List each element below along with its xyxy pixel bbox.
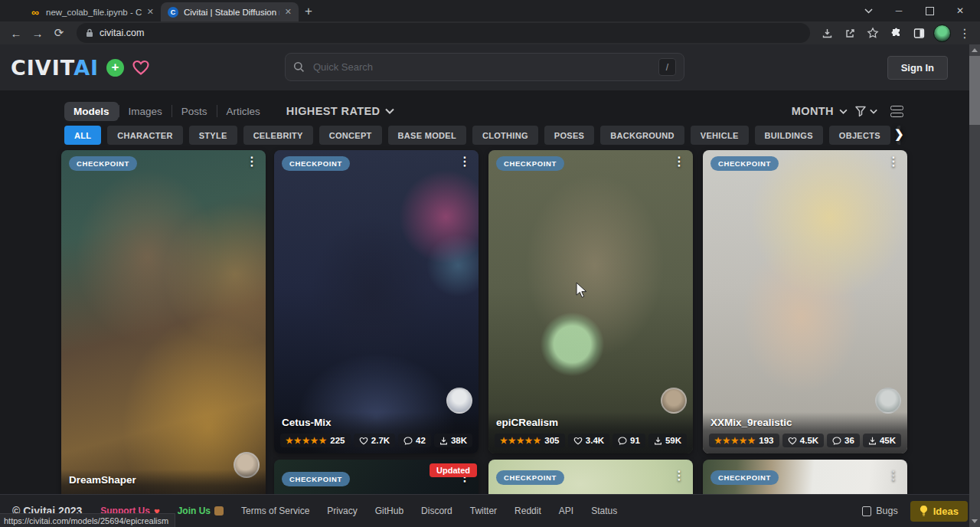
downloads-count: 38K (451, 436, 467, 445)
tab-search-icon[interactable] (853, 0, 884, 21)
rating-pill[interactable]: ★★★★★ 225 (280, 434, 351, 447)
creator-avatar[interactable] (446, 388, 472, 414)
rating-pill[interactable]: ★★★★★ 305 (495, 434, 565, 447)
extensions-icon[interactable] (887, 24, 905, 42)
category-style[interactable]: STYLE (189, 126, 237, 145)
card-menu-icon[interactable]: ⋮ (670, 470, 688, 481)
category-clothing[interactable]: CLOTHING (472, 126, 538, 145)
period-dropdown[interactable]: MONTH (792, 105, 848, 117)
footer-link-discord[interactable]: Discord (421, 506, 452, 516)
side-panel-icon[interactable] (910, 24, 928, 42)
sign-in-button[interactable]: Sign In (887, 56, 948, 80)
downloads-pill[interactable]: 59K (648, 434, 687, 447)
category-vehicle[interactable]: VEHICLE (691, 126, 749, 145)
period-label: MONTH (792, 105, 834, 117)
model-type-badge: CHECKPOINT (710, 470, 779, 485)
category-concept[interactable]: CONCEPT (319, 126, 382, 145)
likes-pill[interactable]: 4.5K (782, 434, 824, 447)
page-scrollbar[interactable] (969, 44, 980, 527)
scrollbar-thumb[interactable] (969, 56, 980, 125)
footer-link-terms[interactable]: Terms of Service (241, 506, 309, 516)
category-objects[interactable]: OBJECTS (829, 126, 890, 145)
tab-civitai[interactable]: C Civitai | Stable Diffusion models, ✕ (161, 2, 299, 21)
download-page-icon[interactable] (818, 24, 836, 42)
tab-images[interactable]: Images (119, 102, 172, 121)
scroll-up-icon[interactable] (972, 48, 978, 52)
card-menu-icon[interactable]: ⋮ (243, 156, 261, 167)
downloads-pill[interactable]: 38K (434, 434, 472, 447)
chevron-right-icon[interactable]: ❯ (894, 127, 904, 141)
creator-avatar[interactable] (875, 388, 901, 414)
civitai-favicon: C (168, 7, 178, 18)
maximize-icon[interactable] (914, 0, 945, 21)
reload-icon[interactable]: ⟳ (49, 23, 69, 43)
model-card-dreamshaper[interactable]: CHECKPOINT ⋮ DreamShaper (61, 150, 266, 506)
category-character[interactable]: CHARACTER (107, 126, 182, 145)
search-input[interactable] (312, 61, 652, 74)
category-poses[interactable]: POSES (544, 126, 594, 145)
sort-dropdown[interactable]: HIGHEST RATED (286, 105, 395, 117)
bugs-button[interactable]: Bugs (862, 506, 898, 516)
share-icon[interactable] (841, 24, 859, 42)
rating-pill[interactable]: ★★★★★ 193 (709, 434, 779, 447)
likes-pill[interactable]: 2.7K (354, 434, 395, 447)
tab-articles[interactable]: Articles (217, 102, 270, 121)
window-close-icon[interactable]: ✕ (945, 0, 975, 21)
model-card-cetus-mix[interactable]: CHECKPOINT ⋮ Cetus-Mix ★★★★★ 225 (274, 150, 479, 453)
footer-link-privacy[interactable]: Privacy (327, 506, 357, 516)
tab-models[interactable]: Models (64, 102, 119, 121)
quick-search[interactable]: / (285, 53, 684, 81)
creator-avatar[interactable] (661, 388, 687, 414)
category-filter-bar: ALL CHARACTER STYLE CELEBRITY CONCEPT BA… (64, 126, 900, 145)
category-celebrity[interactable]: CELEBRITY (243, 126, 313, 145)
comments-pill[interactable]: 36 (827, 434, 860, 447)
category-buildings[interactable]: BUILDINGS (755, 126, 823, 145)
model-card-epicrealism[interactable]: CHECKPOINT ⋮ epiCRealism ★★★★★ 305 (488, 150, 693, 453)
tab-posts[interactable]: Posts (172, 102, 217, 121)
tab-colab[interactable]: ∞ new_colab_file.ipynb - Colaborat ✕ (23, 2, 161, 21)
kebab-menu-icon[interactable]: ⋮ (956, 24, 974, 42)
card-menu-icon[interactable]: ⋮ (670, 156, 688, 167)
downloads-pill[interactable]: 45K (863, 434, 901, 447)
bookmark-star-icon[interactable] (864, 24, 882, 42)
scroll-down-icon[interactable] (972, 519, 978, 523)
rating-count: 305 (544, 436, 559, 445)
model-type-badge: CHECKPOINT (496, 470, 564, 485)
forward-icon[interactable]: → (28, 23, 47, 43)
card-column: CHECKPOINT ⋮ XXMix_9realistic ★★★★★ 193 (703, 150, 907, 527)
category-background[interactable]: BACKGROUND (600, 126, 684, 145)
tab-close-icon[interactable]: ✕ (147, 7, 154, 17)
filter-dropdown[interactable] (854, 105, 877, 117)
back-icon[interactable]: ← (6, 23, 26, 43)
comments-pill[interactable]: 91 (612, 434, 645, 447)
layout-rows-icon[interactable] (890, 106, 903, 117)
address-bar[interactable]: civitai.com (77, 23, 810, 43)
tab-close-icon[interactable]: ✕ (285, 7, 292, 17)
card-menu-icon[interactable]: ⋮ (456, 156, 474, 167)
footer-link-twitter[interactable]: Twitter (470, 506, 497, 516)
create-plus-icon[interactable]: + (106, 59, 124, 77)
likes-pill[interactable]: 3.4K (568, 434, 609, 447)
favorites-heart-icon[interactable] (132, 59, 150, 76)
footer-link-status[interactable]: Status (591, 506, 617, 516)
rating-count: 193 (759, 436, 773, 445)
category-base-model[interactable]: BASE MODEL (388, 126, 466, 145)
sort-label: HIGHEST RATED (286, 105, 381, 117)
comments-count: 36 (844, 436, 854, 445)
footer-link-github[interactable]: GitHub (375, 506, 403, 516)
site-header: CIVITAI + / Sign In (0, 44, 969, 90)
card-menu-icon[interactable]: ⋮ (884, 156, 903, 167)
ideas-button[interactable]: Ideas (910, 501, 968, 522)
like-icon (573, 437, 583, 445)
profile-avatar[interactable] (933, 24, 951, 42)
footer-link-api[interactable]: API (559, 506, 573, 516)
civitai-logo[interactable]: CIVITAI + (11, 56, 150, 80)
footer-link-join-us[interactable]: Join Us (178, 506, 224, 516)
model-card-xxmix-9realistic[interactable]: CHECKPOINT ⋮ XXMix_9realistic ★★★★★ 193 (703, 150, 907, 453)
new-tab-button[interactable]: + (299, 2, 318, 21)
category-all[interactable]: ALL (64, 126, 101, 145)
minimize-icon[interactable]: ─ (884, 0, 914, 21)
footer-link-reddit[interactable]: Reddit (514, 506, 541, 516)
comments-pill[interactable]: 42 (398, 434, 431, 447)
card-menu-icon[interactable]: ⋮ (884, 470, 903, 481)
